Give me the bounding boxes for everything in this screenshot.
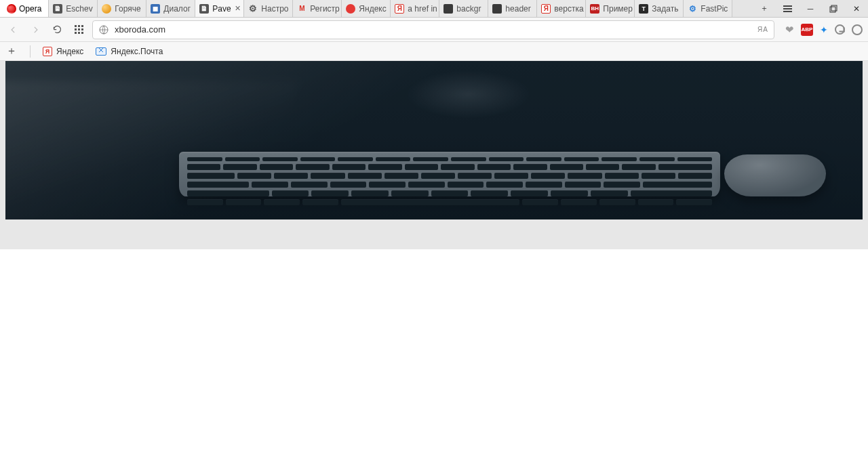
page-content: [0, 61, 868, 249]
tab-pave-active[interactable]: 🗎 Pave ✕: [195, 0, 244, 17]
gmail-icon: M: [297, 4, 307, 14]
speed-dial-icon: [75, 25, 83, 34]
gear-icon: ⚙: [248, 4, 258, 14]
extension-button[interactable]: ✦: [820, 24, 828, 35]
globe-icon: [98, 24, 109, 35]
t-icon: T: [639, 4, 648, 14]
tab-label: Горяче: [115, 4, 140, 14]
mail-icon: [96, 47, 106, 56]
tab-close-button[interactable]: ✕: [235, 4, 241, 13]
tab-eschev[interactable]: 🗎 Eschev: [49, 0, 98, 17]
arrow-left-icon: [9, 25, 18, 35]
bookmark-label: Яндекс.Почта: [111, 47, 163, 56]
tab-header[interactable]: header: [488, 0, 537, 17]
page-viewport: [0, 61, 868, 462]
back-button[interactable]: [5, 22, 22, 38]
window-close-button[interactable]: ✕: [845, 0, 868, 17]
tab-backgr[interactable]: backgr: [439, 0, 488, 17]
adblock-plus-button[interactable]: ABP: [801, 24, 813, 36]
svg-rect-0: [830, 7, 835, 12]
tab-goryache[interactable]: Горяче: [98, 0, 146, 17]
opera-menu-tab[interactable]: Opera: [0, 0, 49, 17]
tab-label: a href in: [408, 4, 437, 14]
tab-label: header: [505, 4, 530, 14]
tab-label: backgr: [456, 4, 481, 14]
tab-label: Диалог: [163, 4, 191, 14]
tab-label: Регистр: [310, 4, 339, 14]
toolbar-extensions: ❤ ABP ✦: [785, 24, 863, 36]
tab-label: верстка: [554, 4, 583, 14]
page-icon: [443, 4, 453, 14]
hero-banner-image: [5, 61, 863, 219]
navigation-bar: ЯA ❤ ABP ✦: [0, 18, 868, 42]
tab-primer[interactable]: BH Пример: [586, 0, 635, 17]
forward-button[interactable]: [27, 22, 43, 38]
tab-fastpic[interactable]: ⚙ FastPic: [684, 0, 732, 17]
bookmark-label: Яндекс: [56, 47, 83, 56]
bookmark-yandex[interactable]: Я Яндекс: [43, 47, 83, 56]
opera-logo-icon: [7, 4, 16, 14]
tab-gmail[interactable]: M Регистр: [293, 0, 342, 17]
window-minimize-button[interactable]: ─: [799, 0, 822, 17]
page-icon: 🗎: [199, 4, 209, 14]
tab-label: Задать: [652, 4, 678, 14]
tab-ahref[interactable]: Я a href in: [391, 0, 439, 17]
url-input[interactable]: [115, 24, 752, 35]
hero-overlay: [5, 61, 863, 219]
bookmarks-bar: ＋ Я Яндекс Яндекс.Почта: [0, 42, 868, 61]
separator: [30, 45, 31, 58]
reload-icon: [52, 24, 62, 35]
tab-label: Настро: [261, 4, 288, 14]
yandex-icon: [346, 4, 355, 14]
tab-verstka[interactable]: Я верстка: [537, 0, 586, 17]
translate-button[interactable]: ЯA: [757, 26, 768, 33]
downloads-button[interactable]: [835, 24, 845, 35]
tab-yandex[interactable]: Яндекс: [342, 0, 391, 17]
ya-box-icon: Я: [541, 4, 551, 14]
ya-box-icon: Я: [395, 4, 404, 14]
tab-dialog[interactable]: ◼ Диалог: [146, 0, 195, 17]
reload-button[interactable]: [49, 22, 65, 38]
svg-rect-1: [831, 5, 837, 11]
new-tab-button[interactable]: ＋: [753, 0, 776, 17]
profile-button[interactable]: [852, 24, 863, 35]
arrow-right-icon: [31, 25, 40, 35]
ball-icon: [102, 4, 111, 14]
add-bookmark-button[interactable]: ＋: [5, 45, 18, 58]
opera-menu-label: Opera: [19, 4, 41, 14]
hamburger-icon: [783, 8, 792, 9]
page-icon: 🗎: [53, 4, 62, 14]
tab-label: Eschev: [66, 4, 92, 14]
square-icon: ◼: [151, 4, 160, 14]
page-icon: [492, 4, 502, 14]
tab-strip: Opera 🗎 Eschev Горяче ◼ Диалог 🗎 Pave ✕ …: [0, 0, 868, 18]
bookmark-yandex-mail[interactable]: Яндекс.Почта: [96, 47, 163, 56]
maximize-icon: [829, 5, 837, 13]
speed-dial-button[interactable]: [71, 22, 87, 38]
tabs-menu-button[interactable]: [776, 0, 799, 17]
tabstrip-right-controls: ＋ ─ ✕: [753, 0, 868, 17]
tab-zadat[interactable]: T Задать: [635, 0, 684, 17]
ya-box-icon: Я: [43, 47, 52, 56]
tab-label: Пример: [603, 4, 633, 14]
tab-label: Яндекс: [359, 4, 386, 14]
tab-label: Pave: [212, 4, 231, 14]
bh-icon: BH: [590, 4, 599, 14]
window-maximize-button[interactable]: [822, 0, 845, 17]
tab-label: FastPic: [701, 4, 728, 14]
tab-settings[interactable]: ⚙ Настро: [244, 0, 293, 17]
address-bar[interactable]: ЯA: [92, 20, 774, 39]
fastpic-icon: ⚙: [688, 4, 697, 14]
bookmark-heart-button[interactable]: ❤: [785, 24, 794, 36]
